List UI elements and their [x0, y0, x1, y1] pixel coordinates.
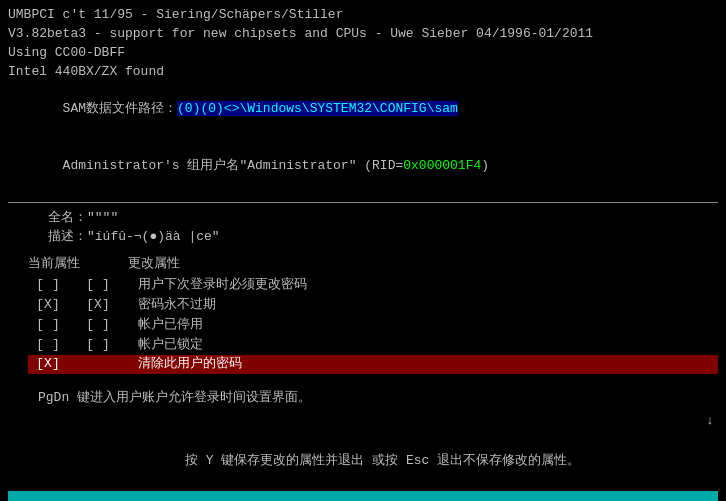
success-bar: 用户的属性已成功修改。（按任意键退出....）	[8, 491, 718, 501]
checkbox-current-1: [X]	[28, 296, 68, 315]
checkbox-change-0: [ ]	[68, 276, 128, 295]
sam-path-label: SAM数据文件路径：	[55, 101, 177, 116]
header-change: 更改属性	[128, 255, 208, 274]
checkbox-current-0: [ ]	[28, 276, 68, 295]
divider-top	[8, 202, 718, 203]
pgdn-text: PgDn 键进入用户账户允许登录时间设置界面。	[38, 390, 311, 405]
header-section: UMBPCI c't 11/95 - Siering/Schäpers/Stil…	[8, 6, 718, 194]
pgdn-instruction: PgDn 键进入用户账户允许登录时间设置界面。	[38, 389, 718, 408]
props-header-row: 当前属性 更改属性	[28, 255, 718, 274]
checkbox-current-3: [ ]	[28, 336, 68, 355]
header-line6: Administrator's 组用户名"Administrator" (RID…	[8, 138, 718, 195]
prop-desc-0: 用户下次登录时必须更改密码	[128, 276, 718, 295]
fullname-label: 全名：""""	[48, 209, 718, 228]
main-content: 全名："""" 描述："íúfû-¬(●)äà |ce" 当前属性 更改属性 […	[8, 209, 718, 408]
prop-row-3[interactable]: [ ] [ ] 帐户已锁定	[28, 336, 718, 355]
checkbox-change-1: [X]	[68, 296, 128, 315]
header-desc	[208, 255, 718, 274]
prop-row-4-clear-password[interactable]: [X] 清除此用户的密码	[28, 355, 718, 374]
header-line3: Using CC00-DBFF	[8, 44, 718, 63]
prop-desc-4: 清除此用户的密码	[128, 355, 718, 374]
sam-path-value: (0)(0)<>\Windows\SYSTEM32\CONFIG\sam	[177, 101, 458, 116]
bottom-instruction-bar: 按 Y 键保存更改的属性并退出 或按 Esc 退出不保存修改的属性。	[8, 431, 718, 492]
screen: UMBPCI c't 11/95 - Siering/Schäpers/Stil…	[0, 0, 726, 501]
admin-suffix: )	[481, 158, 489, 173]
prop-row-2[interactable]: [ ] [ ] 帐户已停用	[28, 316, 718, 335]
header-line4: Intel 440BX/ZX found	[8, 63, 718, 82]
checkbox-change-2: [ ]	[68, 316, 128, 335]
user-info: 全名："""" 描述："íúfû-¬(●)äà |ce"	[18, 209, 718, 247]
bottom-instruction-text: 按 Y 键保存更改的属性并退出 或按 Esc 退出不保存修改的属性。	[177, 453, 580, 468]
prop-row-0[interactable]: [ ] [ ] 用户下次登录时必须更改密码	[28, 276, 718, 295]
prop-desc-3: 帐户已锁定	[128, 336, 718, 355]
checkbox-current-2: [ ]	[28, 316, 68, 335]
arrow-section: ↓	[8, 412, 718, 431]
header-current: 当前属性	[28, 255, 128, 274]
checkbox-change-3: [ ]	[68, 336, 128, 355]
admin-prefix: Administrator's 组用户名"Administrator" (RID…	[55, 158, 403, 173]
prop-desc-2: 帐户已停用	[128, 316, 718, 335]
header-line1: UMBPCI c't 11/95 - Siering/Schäpers/Stil…	[8, 6, 718, 25]
header-line5: SAM数据文件路径：(0)(0)<>\Windows\SYSTEM32\CONF…	[8, 81, 718, 138]
scroll-arrow-icon: ↓	[706, 413, 714, 428]
header-line2: V3.82beta3 - support for new chipsets an…	[8, 25, 718, 44]
prop-desc-1: 密码永不过期	[128, 296, 718, 315]
props-table: 当前属性 更改属性 [ ] [ ] 用户下次登录时必须更改密码 [X] [X] …	[28, 255, 718, 375]
prop-row-1[interactable]: [X] [X] 密码永不过期	[28, 296, 718, 315]
desc-label: 描述："íúfû-¬(●)äà |ce"	[48, 228, 718, 247]
admin-rid: 0x000001F4	[403, 158, 481, 173]
checkbox-current-4: [X]	[28, 355, 68, 374]
